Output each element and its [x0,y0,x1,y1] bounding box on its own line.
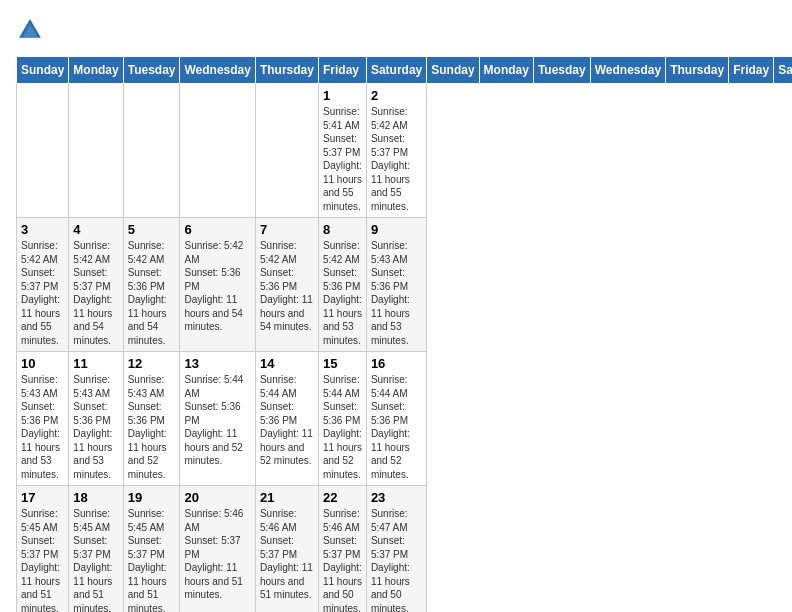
day-info: Sunrise: 5:42 AM Sunset: 5:37 PM Dayligh… [21,239,64,347]
day-number: 17 [21,490,64,505]
day-number: 15 [323,356,362,371]
calendar-cell [123,84,180,218]
day-info: Sunrise: 5:41 AM Sunset: 5:37 PM Dayligh… [323,105,362,213]
calendar-week-3: 10Sunrise: 5:43 AM Sunset: 5:36 PM Dayli… [17,352,793,486]
day-number: 22 [323,490,362,505]
day-number: 19 [128,490,176,505]
day-number: 2 [371,88,422,103]
calendar-cell: 13Sunrise: 5:44 AM Sunset: 5:36 PM Dayli… [180,352,255,486]
day-number: 1 [323,88,362,103]
day-number: 23 [371,490,422,505]
calendar-cell: 12Sunrise: 5:43 AM Sunset: 5:36 PM Dayli… [123,352,180,486]
calendar-week-1: 1Sunrise: 5:41 AM Sunset: 5:37 PM Daylig… [17,84,793,218]
calendar-cell: 9Sunrise: 5:43 AM Sunset: 5:36 PM Daylig… [366,218,426,352]
logo [16,16,48,44]
col-header-friday: Friday [729,57,774,84]
calendar-cell: 8Sunrise: 5:42 AM Sunset: 5:36 PM Daylig… [318,218,366,352]
col-header-wednesday: Wednesday [590,57,665,84]
col-header-monday: Monday [479,57,533,84]
day-info: Sunrise: 5:42 AM Sunset: 5:37 PM Dayligh… [73,239,118,347]
day-number: 21 [260,490,314,505]
calendar-cell [17,84,69,218]
day-number: 13 [184,356,250,371]
calendar-cell: 4Sunrise: 5:42 AM Sunset: 5:37 PM Daylig… [69,218,123,352]
calendar-cell: 18Sunrise: 5:45 AM Sunset: 5:37 PM Dayli… [69,486,123,613]
calendar-cell: 20Sunrise: 5:46 AM Sunset: 5:37 PM Dayli… [180,486,255,613]
day-info: Sunrise: 5:43 AM Sunset: 5:36 PM Dayligh… [21,373,64,481]
col-header-saturday: Saturday [774,57,792,84]
calendar-cell: 7Sunrise: 5:42 AM Sunset: 5:36 PM Daylig… [255,218,318,352]
day-number: 11 [73,356,118,371]
day-info: Sunrise: 5:43 AM Sunset: 5:36 PM Dayligh… [371,239,422,347]
calendar-cell [180,84,255,218]
calendar-cell: 21Sunrise: 5:46 AM Sunset: 5:37 PM Dayli… [255,486,318,613]
day-info: Sunrise: 5:42 AM Sunset: 5:36 PM Dayligh… [260,239,314,334]
day-number: 8 [323,222,362,237]
calendar-cell [69,84,123,218]
logo-icon [16,16,44,44]
day-info: Sunrise: 5:43 AM Sunset: 5:36 PM Dayligh… [128,373,176,481]
calendar-cell: 15Sunrise: 5:44 AM Sunset: 5:36 PM Dayli… [318,352,366,486]
day-number: 9 [371,222,422,237]
day-number: 18 [73,490,118,505]
calendar-cell: 10Sunrise: 5:43 AM Sunset: 5:36 PM Dayli… [17,352,69,486]
calendar-cell: 14Sunrise: 5:44 AM Sunset: 5:36 PM Dayli… [255,352,318,486]
page-header [16,16,776,44]
day-number: 20 [184,490,250,505]
calendar-header-row: SundayMondayTuesdayWednesdayThursdayFrid… [17,57,793,84]
day-number: 7 [260,222,314,237]
day-info: Sunrise: 5:44 AM Sunset: 5:36 PM Dayligh… [184,373,250,468]
header-wednesday: Wednesday [180,57,255,84]
calendar-cell: 22Sunrise: 5:46 AM Sunset: 5:37 PM Dayli… [318,486,366,613]
day-info: Sunrise: 5:42 AM Sunset: 5:37 PM Dayligh… [371,105,422,213]
header-saturday: Saturday [366,57,426,84]
header-sunday: Sunday [17,57,69,84]
calendar-cell: 11Sunrise: 5:43 AM Sunset: 5:36 PM Dayli… [69,352,123,486]
calendar-cell: 19Sunrise: 5:45 AM Sunset: 5:37 PM Dayli… [123,486,180,613]
day-number: 14 [260,356,314,371]
calendar-cell [255,84,318,218]
day-number: 3 [21,222,64,237]
calendar-table: SundayMondayTuesdayWednesdayThursdayFrid… [16,56,792,612]
day-number: 10 [21,356,64,371]
col-header-tuesday: Tuesday [533,57,590,84]
day-info: Sunrise: 5:47 AM Sunset: 5:37 PM Dayligh… [371,507,422,612]
day-info: Sunrise: 5:46 AM Sunset: 5:37 PM Dayligh… [184,507,250,602]
calendar-week-2: 3Sunrise: 5:42 AM Sunset: 5:37 PM Daylig… [17,218,793,352]
day-number: 12 [128,356,176,371]
calendar-cell: 17Sunrise: 5:45 AM Sunset: 5:37 PM Dayli… [17,486,69,613]
day-info: Sunrise: 5:42 AM Sunset: 5:36 PM Dayligh… [323,239,362,347]
day-info: Sunrise: 5:45 AM Sunset: 5:37 PM Dayligh… [21,507,64,612]
calendar-cell: 1Sunrise: 5:41 AM Sunset: 5:37 PM Daylig… [318,84,366,218]
header-thursday: Thursday [255,57,318,84]
header-tuesday: Tuesday [123,57,180,84]
calendar-cell: 5Sunrise: 5:42 AM Sunset: 5:36 PM Daylig… [123,218,180,352]
col-header-thursday: Thursday [666,57,729,84]
day-number: 4 [73,222,118,237]
day-info: Sunrise: 5:44 AM Sunset: 5:36 PM Dayligh… [323,373,362,481]
col-header-sunday: Sunday [427,57,479,84]
calendar-week-4: 17Sunrise: 5:45 AM Sunset: 5:37 PM Dayli… [17,486,793,613]
calendar-cell: 16Sunrise: 5:44 AM Sunset: 5:36 PM Dayli… [366,352,426,486]
day-info: Sunrise: 5:45 AM Sunset: 5:37 PM Dayligh… [73,507,118,612]
calendar-cell: 23Sunrise: 5:47 AM Sunset: 5:37 PM Dayli… [366,486,426,613]
day-info: Sunrise: 5:44 AM Sunset: 5:36 PM Dayligh… [371,373,422,481]
calendar-cell: 6Sunrise: 5:42 AM Sunset: 5:36 PM Daylig… [180,218,255,352]
header-monday: Monday [69,57,123,84]
day-info: Sunrise: 5:46 AM Sunset: 5:37 PM Dayligh… [260,507,314,602]
day-info: Sunrise: 5:43 AM Sunset: 5:36 PM Dayligh… [73,373,118,481]
day-info: Sunrise: 5:46 AM Sunset: 5:37 PM Dayligh… [323,507,362,612]
header-friday: Friday [318,57,366,84]
day-info: Sunrise: 5:42 AM Sunset: 5:36 PM Dayligh… [184,239,250,334]
day-number: 16 [371,356,422,371]
calendar-cell: 3Sunrise: 5:42 AM Sunset: 5:37 PM Daylig… [17,218,69,352]
calendar-cell: 2Sunrise: 5:42 AM Sunset: 5:37 PM Daylig… [366,84,426,218]
day-number: 6 [184,222,250,237]
day-number: 5 [128,222,176,237]
day-info: Sunrise: 5:44 AM Sunset: 5:36 PM Dayligh… [260,373,314,468]
day-info: Sunrise: 5:42 AM Sunset: 5:36 PM Dayligh… [128,239,176,347]
day-info: Sunrise: 5:45 AM Sunset: 5:37 PM Dayligh… [128,507,176,612]
